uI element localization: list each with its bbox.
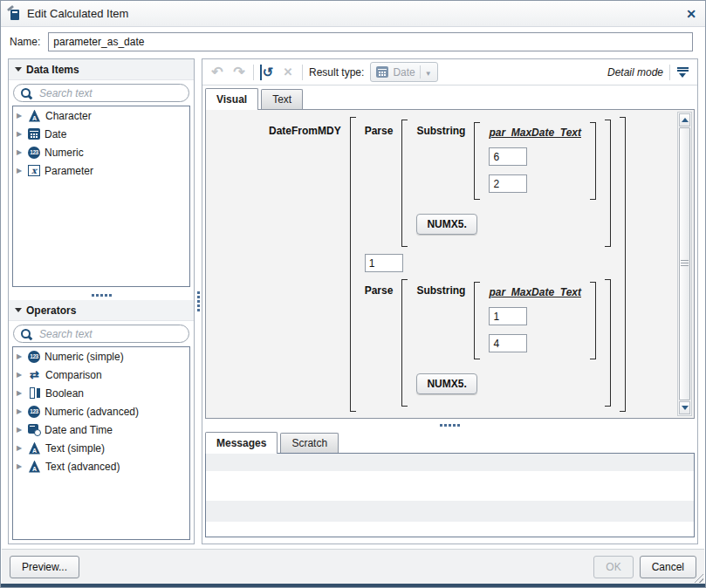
scroll-down-icon[interactable] bbox=[679, 401, 690, 414]
expander-icon[interactable] bbox=[17, 371, 24, 379]
detail-mode-menu-icon[interactable] bbox=[676, 65, 690, 79]
substring-length-input[interactable] bbox=[489, 174, 527, 193]
undo-icon[interactable] bbox=[209, 65, 225, 80]
operators-tree: Numeric (simple) Comparison Boolean Nume… bbox=[12, 346, 190, 540]
data-items-search-input[interactable] bbox=[38, 86, 182, 100]
tab-messages[interactable]: Messages bbox=[205, 432, 278, 454]
name-input[interactable] bbox=[48, 32, 693, 51]
data-items-title: Data Items bbox=[26, 64, 79, 76]
messages-panel bbox=[205, 453, 695, 537]
collapse-triangle-icon bbox=[15, 308, 22, 312]
operators-search[interactable] bbox=[13, 325, 189, 343]
expression-canvas[interactable]: DateFromMDY Parse bbox=[205, 109, 695, 419]
parameter-reference[interactable]: par_MaxDate_Text bbox=[489, 284, 581, 298]
data-items-tree: Character Date Numeric Parameter bbox=[12, 106, 190, 287]
delete-icon[interactable] bbox=[280, 65, 296, 80]
parse-year-row: Parse Substring bbox=[365, 279, 611, 407]
day-value-input[interactable] bbox=[365, 254, 403, 272]
tree-item-boolean[interactable]: Boolean bbox=[13, 384, 189, 402]
expression-tree: DateFromMDY Parse bbox=[269, 117, 626, 412]
toolbar-separator bbox=[669, 65, 670, 80]
tree-item-numeric[interactable]: Numeric bbox=[13, 143, 189, 161]
tree-item-comparison[interactable]: Comparison bbox=[13, 366, 189, 384]
expander-icon[interactable] bbox=[17, 444, 24, 452]
tree-item-label: Text (advanced) bbox=[45, 461, 120, 473]
bracket-open bbox=[474, 122, 480, 200]
operators-header[interactable]: Operators bbox=[9, 300, 194, 321]
numeric-icon bbox=[28, 351, 40, 363]
tab-visual[interactable]: Visual bbox=[205, 88, 258, 110]
operators-search-input[interactable] bbox=[38, 327, 182, 341]
data-items-operators-splitter[interactable] bbox=[9, 291, 194, 300]
expander-icon[interactable] bbox=[17, 462, 24, 470]
panels-splitter[interactable] bbox=[195, 58, 202, 544]
function-parse[interactable]: Parse bbox=[365, 120, 394, 137]
date-icon bbox=[28, 128, 40, 140]
expander-icon[interactable] bbox=[17, 130, 24, 138]
toolbar-separator bbox=[302, 65, 303, 80]
function-datefrommdy[interactable]: DateFromMDY bbox=[269, 117, 341, 137]
tab-label: Scratch bbox=[291, 437, 327, 449]
parameter-reference[interactable]: par_MaxDate_Text bbox=[489, 125, 581, 139]
ok-button[interactable]: OK bbox=[593, 556, 633, 578]
expander-icon[interactable] bbox=[17, 426, 24, 434]
toolbar-separator bbox=[253, 65, 254, 80]
substring-start-input[interactable] bbox=[489, 147, 527, 166]
preview-button[interactable]: Preview... bbox=[10, 556, 79, 578]
result-type-dropdown[interactable]: Date bbox=[370, 62, 437, 82]
tree-item-date-and-time[interactable]: Date and Time bbox=[13, 420, 189, 439]
data-items-header[interactable]: Data Items bbox=[9, 59, 194, 80]
bracket-close bbox=[605, 120, 611, 247]
substring-length-input[interactable] bbox=[489, 334, 527, 352]
name-label: Name: bbox=[10, 36, 40, 48]
function-parse[interactable]: Parse bbox=[365, 279, 394, 297]
expander-icon[interactable] bbox=[17, 407, 24, 415]
tree-item-character[interactable]: Character bbox=[13, 106, 189, 125]
parse-month-row: Parse Substring bbox=[365, 120, 611, 247]
tree-item-label: Boolean bbox=[45, 387, 84, 400]
informat-button[interactable]: NUMX5. bbox=[416, 214, 476, 235]
tree-item-numeric-advanced[interactable]: Numeric (advanced) bbox=[13, 402, 189, 420]
bracket-open bbox=[474, 282, 480, 359]
tree-item-numeric-simple[interactable]: Numeric (simple) bbox=[13, 347, 189, 366]
scroll-up-icon[interactable] bbox=[679, 113, 690, 126]
bracket-close bbox=[620, 117, 626, 412]
tab-label: Text bbox=[272, 93, 291, 106]
bracket-close bbox=[605, 279, 611, 407]
collapse-triangle-icon bbox=[15, 67, 22, 72]
tab-scratch[interactable]: Scratch bbox=[280, 433, 339, 453]
tree-item-label: Numeric bbox=[45, 147, 84, 159]
expander-icon[interactable] bbox=[17, 148, 24, 156]
tree-item-date[interactable]: Date bbox=[13, 125, 189, 143]
operators-title: Operators bbox=[26, 304, 76, 317]
tree-item-label: Numeric (advanced) bbox=[45, 406, 139, 418]
cancel-button[interactable]: Cancel bbox=[640, 556, 696, 578]
expander-icon[interactable] bbox=[17, 352, 24, 360]
reset-icon[interactable] bbox=[260, 65, 274, 80]
canvas-scrollbar[interactable] bbox=[677, 112, 692, 416]
substring-row: Substring par_MaxDate_Text bbox=[416, 122, 596, 200]
function-substring[interactable]: Substring bbox=[416, 282, 465, 297]
search-icon bbox=[21, 87, 32, 99]
function-substring[interactable]: Substring bbox=[416, 122, 465, 137]
expander-icon[interactable] bbox=[17, 112, 24, 120]
data-items-search[interactable] bbox=[13, 84, 189, 102]
redo-icon[interactable] bbox=[231, 65, 247, 80]
bracket-open bbox=[401, 279, 408, 407]
tree-item-text-advanced[interactable]: Text (advanced) bbox=[13, 457, 189, 475]
scrollbar-thumb[interactable] bbox=[679, 127, 690, 400]
close-icon[interactable] bbox=[686, 8, 696, 20]
tab-text[interactable]: Text bbox=[261, 89, 303, 109]
expander-icon[interactable] bbox=[17, 389, 24, 397]
data-items-search-wrap bbox=[9, 80, 194, 105]
expander-icon[interactable] bbox=[17, 167, 24, 174]
tree-item-parameter[interactable]: Parameter bbox=[13, 161, 189, 180]
tree-item-label: Date bbox=[45, 128, 66, 140]
detail-mode-label: Detail mode bbox=[607, 66, 663, 79]
informat-button[interactable]: NUMX5. bbox=[416, 373, 476, 394]
tree-item-label: Comparison bbox=[45, 369, 102, 381]
canvas-messages-splitter[interactable] bbox=[202, 419, 697, 432]
substring-start-input[interactable] bbox=[489, 307, 527, 325]
result-type-value: Date bbox=[393, 66, 415, 79]
tree-item-text-simple[interactable]: Text (simple) bbox=[13, 439, 189, 457]
